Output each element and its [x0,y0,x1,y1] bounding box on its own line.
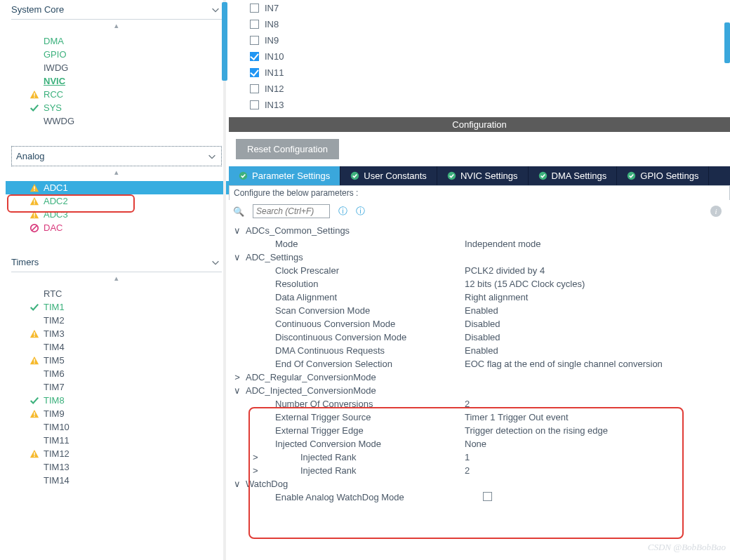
tab-nvic-settings[interactable]: NVIC Settings [437,166,529,185]
warn-icon [29,90,39,100]
param-row[interactable]: External Trigger SourceTimer 1 Trigger O… [233,411,724,424]
checkbox[interactable] [250,100,259,109]
svg-rect-3 [34,189,34,190]
sidebar-item-tim12[interactable]: TIM12 [29,447,222,460]
checkbox[interactable] [250,52,259,61]
section-timers[interactable]: Timers [11,253,222,272]
param-row[interactable]: Number Of Conversions2 [233,397,724,411]
tab-gpio-settings[interactable]: GPIO Settings [617,166,709,185]
sidebar-item-rtc[interactable]: RTC [29,287,222,300]
sidebar-item-tim11[interactable]: TIM11 [29,434,222,447]
section-analog[interactable]: Analog [11,146,222,166]
channel-in11[interactable]: IN11 [250,65,730,81]
param-row[interactable]: Discontinuous Conversion ModeDisabled [233,331,724,344]
channel-label: IN13 [265,100,284,110]
param-row[interactable]: DMA Continuous RequestsEnabled [233,344,724,357]
param-row[interactable]: ModeIndependent mode [233,237,724,251]
checkbox[interactable] [250,36,259,45]
group-watchdog[interactable]: ∨WatchDog [233,477,724,491]
search-prev-icon[interactable]: ⓘ [338,205,347,218]
sidebar-item-nvic[interactable]: NVIC [29,74,222,88]
group-adcs_common_settings[interactable]: ∨ADCs_Common_Settings [233,224,724,237]
sidebar-item-tim8[interactable]: TIM8 [29,394,222,407]
sidebar-item-tim3[interactable]: TIM3 [29,327,222,340]
sidebar-item-tim14[interactable]: TIM14 [29,474,222,487]
check-circle-icon [350,171,359,180]
param-label: Discontinuous Conversion Mode [275,332,465,342]
sidebar-item-tim10[interactable]: TIM10 [29,420,222,434]
group-adc_injected_conversionmode[interactable]: ∨ADC_Injected_ConversionMode [233,384,724,397]
checkbox[interactable] [250,68,259,77]
param-row[interactable]: End Of Conversion SelectionEOC flag at t… [233,357,724,371]
search-next-icon[interactable]: ⓘ [356,205,365,218]
injected-rank-row[interactable]: >Injected Rank1 [233,451,724,464]
channel-in10[interactable]: IN10 [250,48,730,65]
sidebar-item-label: TIM9 [44,408,65,419]
checkbox[interactable] [483,492,492,501]
none-icon [29,382,39,392]
channel-in8[interactable]: IN8 [250,16,730,32]
param-row[interactable]: Enable Analog WatchDog Mode [233,491,724,504]
sidebar-item-tim1[interactable]: TIM1 [29,300,222,314]
param-row[interactable]: Data AlignmentRight alignment [233,291,724,304]
tab-label: User Constants [364,171,427,181]
sidebar-item-tim2[interactable]: TIM2 [29,314,222,327]
scrollbar[interactable] [219,0,229,560]
group-adc_regular_conversionmode[interactable]: >ADC_Regular_ConversionMode [233,371,724,384]
collapse-arrow-icon[interactable]: ▴ [11,166,222,181]
sidebar-item-sys[interactable]: SYS [29,101,222,114]
sidebar-item-tim4[interactable]: TIM4 [29,340,222,354]
tab-parameter-settings[interactable]: Parameter Settings [229,166,340,185]
sidebar-item-label: ADC2 [44,196,68,206]
sidebar-item-label: RTC [44,288,62,299]
sidebar-item-tim5[interactable]: TIM5 [29,354,222,367]
param-row[interactable]: Injected Conversion ModeNone [233,437,724,451]
sidebar-item-tim9[interactable]: TIM9 [29,407,222,420]
sidebar-item-gpio[interactable]: GPIO [29,48,222,61]
param-value: 2 [465,399,470,409]
scrollbar[interactable] [724,22,730,63]
search-input[interactable] [253,204,330,218]
param-row[interactable]: Resolution12 bits (15 ADC Clock cycles) [233,277,724,291]
tab-user-constants[interactable]: User Constants [340,166,437,185]
sidebar-item-rcc[interactable]: RCC [29,88,222,101]
checkbox[interactable] [250,84,259,93]
param-value: Enabled [465,345,498,356]
param-row[interactable]: Clock PrescalerPCLK2 divided by 4 [233,264,724,277]
param-value: Timer 1 Trigger Out event [465,412,569,422]
sidebar-item-tim6[interactable]: TIM6 [29,367,222,380]
sidebar-item-wwdg[interactable]: WWDG [29,114,222,128]
svg-line-9 [32,225,37,230]
reset-configuration-button[interactable]: Reset Configuration [236,139,339,159]
group-adc_settings[interactable]: ∨ADC_Settings [233,251,724,264]
sidebar-item-label: TIM12 [44,448,69,459]
sidebar-item-adc3[interactable]: ADC3 [29,208,222,221]
tab-dma-settings[interactable]: DMA Settings [529,166,618,185]
sidebar-item-tim7[interactable]: TIM7 [29,380,222,394]
collapse-arrow-icon[interactable]: ▴ [11,272,222,287]
param-row[interactable]: Continuous Conversion ModeDisabled [233,317,724,331]
param-label: External Trigger Edge [275,425,465,436]
checkbox[interactable] [250,20,259,29]
injected-rank-row[interactable]: >Injected Rank2 [233,464,724,477]
param-row[interactable]: Scan Conversion ModeEnabled [233,304,724,317]
sidebar-item-adc2[interactable]: ADC2 [29,194,222,208]
sidebar-item-iwdg[interactable]: IWDG [29,61,222,74]
sidebar-item-tim13[interactable]: TIM13 [29,460,222,474]
section-system-core[interactable]: System Core [11,0,222,20]
checkbox[interactable] [250,4,259,13]
sidebar-item-adc1[interactable]: ADC1 [6,181,229,194]
channel-in9[interactable]: IN9 [250,32,730,48]
sidebar-item-dma[interactable]: DMA [29,34,222,48]
channel-in13[interactable]: IN13 [250,97,730,113]
param-label: DMA Continuous Requests [275,345,465,356]
channel-in7[interactable]: IN7 [250,0,730,16]
sidebar-item-dac[interactable]: DAC [29,221,222,234]
info-icon[interactable]: i [710,206,722,217]
channel-in12[interactable]: IN12 [250,81,730,97]
param-value: Disabled [465,332,500,342]
none-icon [29,342,39,352]
param-row[interactable]: External Trigger EdgeTrigger detection o… [233,424,724,437]
collapse-arrow-icon[interactable]: ▴ [11,20,222,34]
none-icon [29,50,39,60]
